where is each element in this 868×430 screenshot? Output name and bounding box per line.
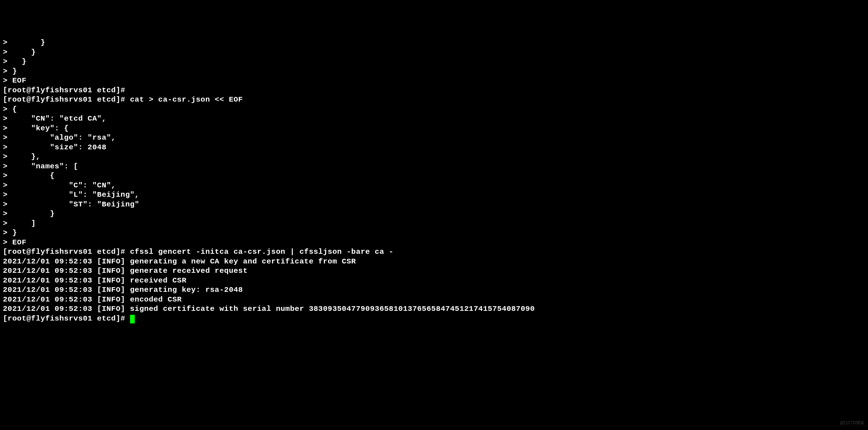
terminal-output-line: 2021/12/01 09:52:03 [INFO] generate rece… — [3, 267, 248, 275]
cursor-icon — [130, 315, 135, 323]
terminal-line: > } — [3, 38, 45, 47]
terminal-line: > } — [3, 48, 36, 56]
terminal-line: > } — [3, 57, 27, 66]
terminal-prompt: [root@flyfishsrvs01 etcd]# — [3, 314, 130, 323]
terminal-output-line: 2021/12/01 09:52:03 [INFO] signed certif… — [3, 305, 535, 313]
terminal-command-line: [root@flyfishsrvs01 etcd]# cat > ca-csr.… — [3, 95, 243, 104]
terminal-line: > } — [3, 67, 17, 75]
terminal-line: > { — [3, 172, 55, 180]
terminal-line: > "size": 2048 — [3, 143, 106, 151]
terminal-command-line: [root@flyfishsrvs01 etcd]# cfssl gencert… — [3, 248, 393, 256]
terminal-line: > }, — [3, 153, 41, 161]
terminal-line: > "L": "Beijing", — [3, 191, 139, 199]
terminal-line: > "C": "CN", — [3, 181, 116, 190]
terminal-output[interactable]: > } > } > } > } > EOF [root@flyfishsrvs0… — [0, 38, 868, 323]
terminal-output-line: 2021/12/01 09:52:03 [INFO] generating a … — [3, 257, 356, 266]
terminal-output-line: 2021/12/01 09:52:03 [INFO] received CSR — [3, 276, 186, 285]
terminal-line: > "key": { — [3, 124, 69, 132]
terminal-line: > "ST": "Beijing" — [3, 200, 139, 209]
terminal-line: > } — [3, 210, 55, 218]
terminal-line: > { — [3, 105, 17, 113]
terminal-line: > } — [3, 229, 17, 237]
terminal-line: > EOF — [3, 238, 27, 247]
terminal-line: > ] — [3, 219, 36, 228]
terminal-line: > "names": [ — [3, 162, 78, 170]
terminal-output-line: 2021/12/01 09:52:03 [INFO] generating ke… — [3, 286, 243, 294]
terminal-line: > EOF — [3, 76, 27, 85]
terminal-output-line: 2021/12/01 09:52:03 [INFO] encoded CSR — [3, 295, 182, 304]
watermark-text: @51CTO博客 — [840, 419, 864, 428]
terminal-line: > "algo": "rsa", — [3, 134, 116, 142]
terminal-prompt-line: [root@flyfishsrvs01 etcd]# — [3, 86, 125, 94]
terminal-line: > "CN": "etcd CA", — [3, 114, 106, 123]
